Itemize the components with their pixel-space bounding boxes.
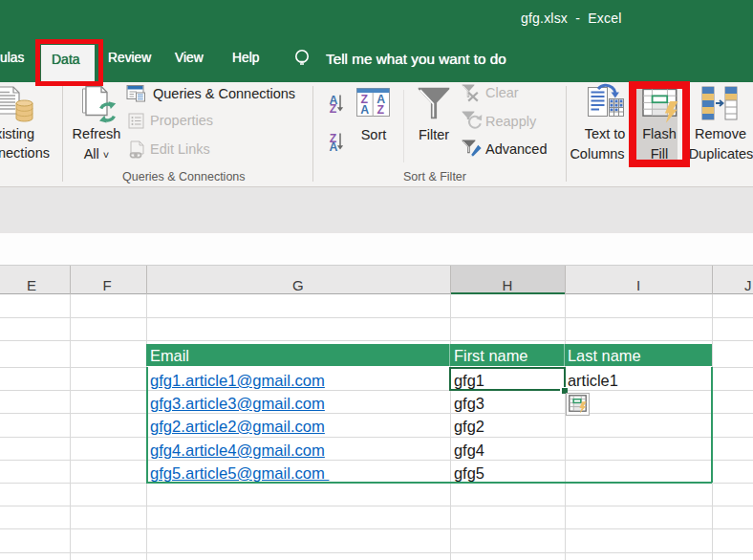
svg-text:A: A bbox=[330, 140, 338, 152]
svg-text:Z: Z bbox=[377, 103, 385, 117]
svg-text:A: A bbox=[360, 103, 369, 117]
svg-text:Z: Z bbox=[330, 102, 337, 114]
